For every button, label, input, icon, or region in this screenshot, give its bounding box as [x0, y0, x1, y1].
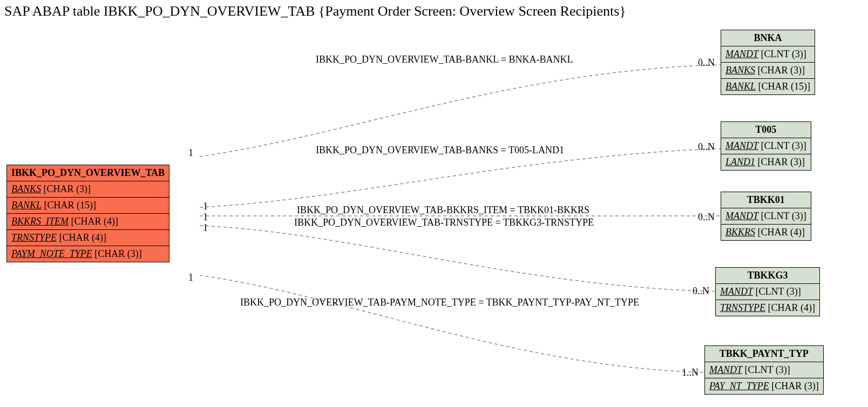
- entity-tbkk01: TBKK01 MANDT [CLNT (3)] BKKRS [CHAR (4)]: [721, 192, 811, 241]
- cardinality-left: 1: [203, 212, 208, 223]
- attr-row: LAND1 [CHAR (3)]: [721, 154, 811, 171]
- entity-primary-name: IBKK_PO_DYN_OVERVIEW_TAB: [7, 165, 169, 181]
- entity-t005: T005 MANDT [CLNT (3)] LAND1 [CHAR (3)]: [721, 121, 811, 171]
- attr-row: BANKL [CHAR (15)]: [7, 198, 169, 214]
- edge-label: IBKK_PO_DYN_OVERVIEW_TAB-BANKS = T005-LA…: [316, 145, 564, 156]
- attr-row: TRNSTYPE [CHAR (4)]: [7, 230, 169, 246]
- page-title: SAP ABAP table IBKK_PO_DYN_OVERVIEW_TAB …: [4, 3, 626, 19]
- edge-label: IBKK_PO_DYN_OVERVIEW_TAB-PAYM_NOTE_TYPE …: [240, 297, 639, 308]
- cardinality-right: 0..N: [698, 212, 715, 223]
- entity-tbkk-paynt-typ: TBKK_PAYNT_TYP MANDT [CLNT (3)] PAY_NT_T…: [704, 345, 824, 395]
- entity-bnka: BNKA MANDT [CLNT (3)] BANKS [CHAR (3)] B…: [721, 30, 815, 95]
- cardinality-left: 1: [188, 272, 193, 283]
- cardinality-left: 1: [203, 201, 208, 212]
- cardinality-left: 1: [188, 147, 193, 159]
- attr-row: MANDT [CLNT (3)]: [705, 362, 824, 378]
- attr-row: TRNSTYPE [CHAR (4)]: [716, 300, 820, 316]
- cardinality-right: 0..N: [698, 57, 715, 69]
- edge-label: IBKK_PO_DYN_OVERVIEW_TAB-TRNSTYPE = TBKK…: [294, 217, 594, 228]
- attr-row: BKKRS_ITEM [CHAR (4)]: [7, 214, 169, 230]
- edge-label: IBKK_PO_DYN_OVERVIEW_TAB-BANKL = BNKA-BA…: [316, 54, 573, 65]
- attr-row: PAYM_NOTE_TYPE [CHAR (3)]: [7, 246, 169, 262]
- entity-target-name: TBKK01: [721, 192, 811, 208]
- attr-row: BKKRS [CHAR (4)]: [721, 225, 811, 241]
- entity-target-name: TBKKG3: [716, 268, 820, 284]
- attr-row: BANKS [CHAR (3)]: [7, 181, 169, 198]
- entity-target-name: T005: [721, 122, 811, 138]
- entity-tbkkg3: TBKKG3 MANDT [CLNT (3)] TRNSTYPE [CHAR (…: [715, 267, 820, 316]
- cardinality-right: 0..N: [698, 141, 715, 153]
- attr-row: MANDT [CLNT (3)]: [716, 284, 820, 300]
- cardinality-left: 1: [203, 222, 208, 234]
- attr-row: BANKS [CHAR (3)]: [721, 63, 815, 79]
- cardinality-right: 0..N: [693, 286, 709, 297]
- attr-row: BANKL [CHAR (15)]: [721, 79, 815, 95]
- attr-row: PAY_NT_TYPE [CHAR (3)]: [705, 378, 824, 395]
- entity-target-name: TBKK_PAYNT_TYP: [705, 346, 824, 362]
- entity-target-name: BNKA: [721, 30, 815, 46]
- attr-row: MANDT [CLNT (3)]: [721, 208, 811, 225]
- edge-label: IBKK_PO_DYN_OVERVIEW_TAB-BKKRS_ITEM = TB…: [297, 205, 589, 216]
- entity-primary: IBKK_PO_DYN_OVERVIEW_TAB BANKS [CHAR (3)…: [6, 165, 169, 262]
- cardinality-right: 1..N: [682, 367, 699, 378]
- attr-row: MANDT [CLNT (3)]: [721, 138, 811, 154]
- attr-row: MANDT [CLNT (3)]: [721, 46, 815, 63]
